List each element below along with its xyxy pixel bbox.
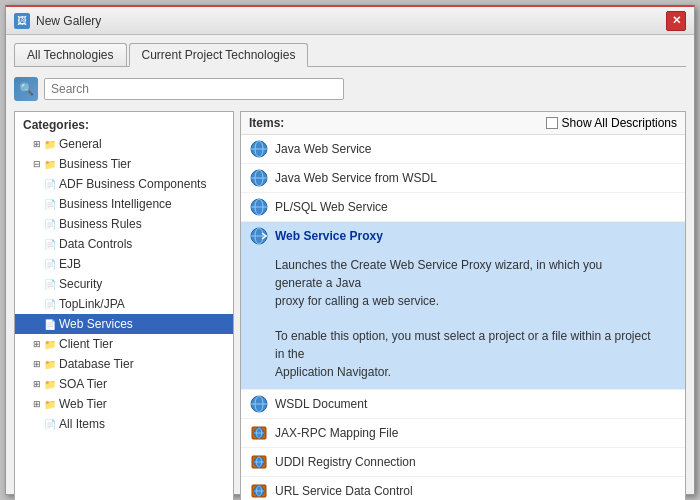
sidebar-item-ejb[interactable]: 📄 EJB [15,254,233,274]
icon-url-svc [249,481,269,501]
show-all-descriptions-toggle[interactable]: Show All Descriptions [546,116,677,130]
show-all-desc-checkbox[interactable] [546,117,558,129]
categories-panel: Categories: ⊞ 📁 General ⊟ 📁 Business Tie… [14,111,234,500]
sidebar-item-web-services[interactable]: 📄 Web Services [15,314,233,334]
items-label: Items: [249,116,284,130]
sidebar-item-business-intel[interactable]: 📄 Business Intelligence [15,194,233,214]
folder-icon-db: 📁 [43,357,57,371]
close-button[interactable]: ✕ [666,11,686,31]
folder-icon-business: 📁 [43,157,57,171]
sidebar-item-web-tier[interactable]: ⊞ 📁 Web Tier [15,394,233,414]
list-item-url-svc[interactable]: URL Service Data Control [241,477,685,501]
list-item-jax-rpc[interactable]: JAX-RPC Mapping File [241,419,685,448]
list-item-uddi[interactable]: UDDI Registry Connection [241,448,685,477]
search-bar: 🔍 [14,73,686,105]
sidebar-item-business-rules[interactable]: 📄 Business Rules [15,214,233,234]
icon-uddi [249,452,269,472]
item-icon-dc: 📄 [43,237,57,251]
sidebar-item-data-controls[interactable]: 📄 Data Controls [15,234,233,254]
window-title: New Gallery [36,14,101,28]
sidebar-item-business-tier[interactable]: ⊟ 📁 Business Tier [15,154,233,174]
list-item-wsdl-doc[interactable]: WSDL Document [241,390,685,419]
list-item-java-ws-wsdl[interactable]: Java Web Service from WSDL [241,164,685,193]
icon-plsql-ws [249,197,269,217]
show-all-desc-label: Show All Descriptions [562,116,677,130]
icon-jax-rpc [249,423,269,443]
label-java-ws-wsdl: Java Web Service from WSDL [275,171,437,185]
label-plsql-ws: PL/SQL Web Service [275,200,388,214]
main-window: 🖼 New Gallery ✕ All Technologies Current… [5,5,695,495]
content-area: All Technologies Current Project Technol… [6,35,694,500]
expand-business-tier: ⊟ [31,159,43,169]
label-ws-proxy: Web Service Proxy [275,229,383,243]
item-icon-br: 📄 [43,217,57,231]
item-icon-sec: 📄 [43,277,57,291]
list-item-plsql-ws[interactable]: PL/SQL Web Service [241,193,685,222]
search-icon: 🔍 [14,77,38,101]
sidebar-item-toplink[interactable]: 📄 TopLink/JPA [15,294,233,314]
tab-all-technologies[interactable]: All Technologies [14,43,127,66]
main-area: Categories: ⊞ 📁 General ⊟ 📁 Business Tie… [14,111,686,500]
label-java-ws: Java Web Service [275,142,372,156]
item-icon-adf: 📄 [43,177,57,191]
sidebar-item-client-tier[interactable]: ⊞ 📁 Client Tier [15,334,233,354]
tab-current-project[interactable]: Current Project Technologies [129,43,309,67]
folder-icon-web: 📁 [43,397,57,411]
label-wsdl-doc: WSDL Document [275,397,367,411]
expand-soa: ⊞ [31,379,43,389]
list-item-java-ws[interactable]: Java Web Service [241,135,685,164]
icon-ws-proxy [249,226,269,246]
search-input[interactable] [44,78,344,100]
title-bar: 🖼 New Gallery ✕ [6,7,694,35]
item-icon-ws: 📄 [43,317,57,331]
list-item-ws-proxy[interactable]: Web Service Proxy Launches the Create We… [241,222,685,390]
sidebar-item-general[interactable]: ⊞ 📁 General [15,134,233,154]
title-bar-left: 🖼 New Gallery [14,13,101,29]
sidebar-item-soa-tier[interactable]: ⊞ 📁 SOA Tier [15,374,233,394]
expand-client: ⊞ [31,339,43,349]
sidebar-item-all-items[interactable]: 📄 All Items [15,414,233,434]
expand-general: ⊞ [31,139,43,149]
icon-java-ws [249,139,269,159]
expand-db: ⊞ [31,359,43,369]
expand-web: ⊞ [31,399,43,409]
icon-java-ws-wsdl [249,168,269,188]
folder-icon-client: 📁 [43,337,57,351]
folder-icon-soa: 📁 [43,377,57,391]
ws-proxy-header: Web Service Proxy [249,226,383,246]
item-icon-tl: 📄 [43,297,57,311]
items-panel: Items: Show All Descriptions [240,111,686,500]
window-icon: 🖼 [14,13,30,29]
folder-icon-general: 📁 [43,137,57,151]
categories-label: Categories: [15,116,233,134]
label-jax-rpc: JAX-RPC Mapping File [275,426,398,440]
sidebar-item-database-tier[interactable]: ⊞ 📁 Database Tier [15,354,233,374]
item-icon-all: 📄 [43,417,57,431]
sidebar-item-security[interactable]: 📄 Security [15,274,233,294]
label-url-svc: URL Service Data Control [275,484,413,498]
label-uddi: UDDI Registry Connection [275,455,416,469]
item-icon-ejb: 📄 [43,257,57,271]
item-icon-bi: 📄 [43,197,57,211]
items-header: Items: Show All Descriptions [241,112,685,135]
ws-proxy-description: Launches the Create Web Service Proxy wi… [249,252,677,385]
tab-bar: All Technologies Current Project Technol… [14,43,686,67]
icon-wsdl-doc [249,394,269,414]
sidebar-item-adf-business[interactable]: 📄 ADF Business Components [15,174,233,194]
